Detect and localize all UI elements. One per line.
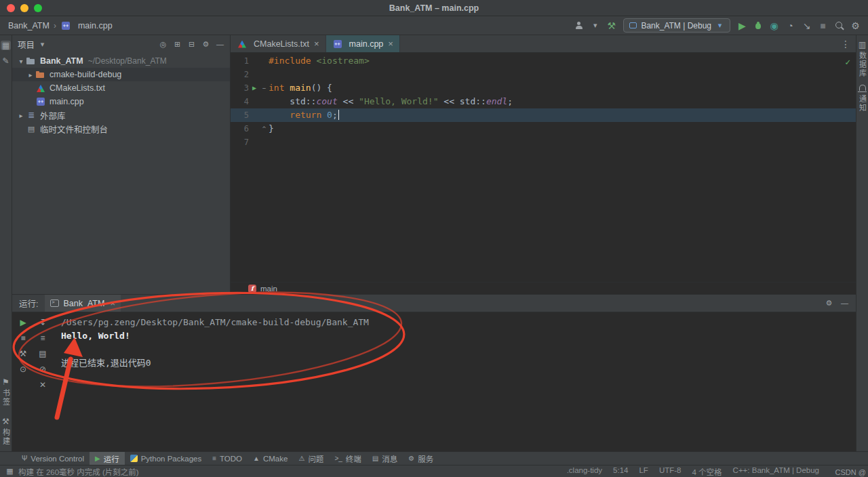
- editor[interactable]: 1#include <iostream>23▶−int main() {4 st…: [231, 53, 856, 282]
- toolwindow-button-终端[interactable]: >_终端: [329, 452, 366, 465]
- line-number[interactable]: 4: [234, 95, 249, 108]
- code-area[interactable]: 1#include <iostream>23▶−int main() {4 st…: [231, 54, 856, 149]
- run-tab[interactable]: Bank_ATM ×: [45, 295, 121, 312]
- status-widget[interactable]: LF: [639, 466, 648, 477]
- locate-icon[interactable]: ◎: [159, 41, 167, 48]
- fold-icon[interactable]: ^: [260, 122, 269, 136]
- status-widget[interactable]: UTF-8: [659, 466, 682, 477]
- stop-icon[interactable]: ■: [20, 334, 25, 342]
- console-menu-icon[interactable]: ≡: [40, 334, 45, 342]
- rerun-icon[interactable]: ▶: [20, 318, 26, 327]
- breadcrumb-file[interactable]: main.cpp: [78, 21, 113, 30]
- zoom-window-button[interactable]: [34, 4, 42, 12]
- toolwindow-button-todo[interactable]: ≡TODO: [207, 452, 248, 465]
- status-widget[interactable]: 5:14: [613, 466, 628, 477]
- toolwindow-button-问题[interactable]: ⚠问题: [293, 452, 329, 465]
- toolwindow-button-消息[interactable]: ▤消息: [367, 452, 403, 465]
- close-icon[interactable]: ×: [314, 39, 319, 49]
- code-line[interactable]: 7: [231, 136, 856, 149]
- console-output[interactable]: /Users/pg.zeng/Desktop/Bank_ATM/cmake-bu…: [52, 312, 856, 451]
- tree-item[interactable]: 临时文件和控制台: [12, 122, 230, 136]
- close-icon[interactable]: ×: [388, 39, 393, 49]
- tree-item[interactable]: ▸外部库: [12, 108, 230, 122]
- inspections-ok-icon[interactable]: ✓: [845, 56, 850, 69]
- tree-chevron-icon[interactable]: ▾: [16, 58, 26, 65]
- fold-icon[interactable]: −: [260, 81, 269, 95]
- editor-tab[interactable]: main.cpp×: [326, 35, 400, 52]
- toolwindow-button-运行[interactable]: ▶运行: [90, 452, 125, 465]
- stop-icon[interactable]: ■: [818, 21, 827, 30]
- project-panel-title[interactable]: 项目: [18, 38, 35, 51]
- code-text[interactable]: return 0;: [269, 108, 339, 122]
- close-icon[interactable]: ×: [110, 298, 115, 308]
- code-line[interactable]: 1#include <iostream>: [231, 54, 856, 68]
- code-line[interactable]: 4 std::cout << "Hello, World!" << std::e…: [231, 95, 856, 108]
- project-stripe-icon[interactable]: ▦: [1, 41, 11, 50]
- pin-icon[interactable]: ⊙: [20, 365, 26, 373]
- tree-item[interactable]: ▸cmake-build-debug: [12, 68, 230, 81]
- code-text[interactable]: }: [269, 122, 274, 136]
- breadcrumb-function[interactable]: main: [260, 285, 277, 293]
- status-widget[interactable]: 4 个空格: [692, 466, 722, 477]
- code-line[interactable]: 3▶−int main() {: [231, 81, 856, 95]
- commit-stripe-icon[interactable]: ✎: [2, 57, 9, 65]
- hide-icon[interactable]: —: [840, 299, 849, 307]
- user-icon[interactable]: [574, 21, 583, 30]
- toolwindow-button-cmake[interactable]: ▲CMake: [248, 452, 293, 465]
- attach-icon[interactable]: ↘: [802, 21, 811, 30]
- close-window-button[interactable]: [7, 4, 15, 12]
- editor-options-button[interactable]: ⋮: [835, 35, 856, 52]
- editor-tab[interactable]: CMakeLists.txt×: [231, 35, 326, 52]
- profiler-icon[interactable]: ◔: [786, 21, 795, 30]
- chevron-down-icon[interactable]: ▾: [591, 22, 599, 29]
- status-widget[interactable]: .clang-tidy: [567, 466, 602, 477]
- hide-icon[interactable]: —: [216, 41, 224, 48]
- stripe-button-构建[interactable]: ⚒构建: [1, 417, 12, 446]
- stripe-button-通知[interactable]: 通知: [857, 85, 868, 112]
- coverage-icon[interactable]: ◉: [770, 21, 778, 30]
- clear-icon[interactable]: ⊘: [39, 365, 46, 373]
- collapse-all-icon[interactable]: ⊟: [187, 41, 196, 48]
- status-widget[interactable]: C++: Bank_ATM | Debug: [733, 466, 819, 477]
- code-line[interactable]: 5 return 0;: [231, 108, 856, 122]
- code-line[interactable]: 2: [231, 68, 856, 81]
- code-line[interactable]: 6^}: [231, 122, 856, 136]
- code-text[interactable]: #include <iostream>: [269, 54, 370, 68]
- run-icon[interactable]: ▶: [738, 21, 747, 30]
- tree-item[interactable]: ▾Bank_ATM~/Desktop/Bank_ATM: [12, 54, 230, 68]
- breadcrumb-project[interactable]: Bank_ATM: [8, 21, 50, 30]
- chevron-down-icon[interactable]: ▾: [38, 41, 47, 48]
- search-icon[interactable]: [835, 21, 844, 30]
- tree-item[interactable]: main.cpp: [12, 95, 230, 108]
- code-text[interactable]: int main() {: [269, 81, 332, 95]
- edit-configuration-icon[interactable]: ⚒: [20, 350, 27, 358]
- run-configuration-select[interactable]: Bank_ATM | Debug ▾: [623, 18, 730, 33]
- toolwindow-button-服务[interactable]: ⚙服务: [403, 452, 439, 465]
- line-number[interactable]: 3: [234, 81, 249, 95]
- toolwindow-button-python-packages[interactable]: Python Packages: [125, 452, 208, 465]
- line-number[interactable]: 2: [234, 68, 249, 81]
- expand-all-icon[interactable]: ⊞: [173, 41, 182, 48]
- tree-item[interactable]: CMakeLists.txt: [12, 81, 230, 95]
- settings-icon[interactable]: ⚙: [851, 21, 860, 30]
- line-number[interactable]: 7: [234, 136, 249, 149]
- tree-chevron-icon[interactable]: ▸: [16, 112, 26, 119]
- scroll-to-end-icon[interactable]: ↧: [39, 318, 46, 327]
- code-text[interactable]: std::cout << "Hello, World!" << std::end…: [269, 95, 513, 108]
- debug-icon[interactable]: [754, 21, 762, 30]
- delete-icon[interactable]: ✕: [39, 381, 46, 389]
- build-hammer-icon[interactable]: ⚒: [607, 21, 616, 30]
- options-icon[interactable]: ⚙: [201, 41, 210, 48]
- settings-icon[interactable]: ⚙: [825, 299, 833, 307]
- run-line-icon[interactable]: ▶: [249, 81, 260, 95]
- minimize-window-button[interactable]: [20, 4, 28, 12]
- stripe-button-数据库[interactable]: ▥数据库: [857, 41, 868, 78]
- line-number[interactable]: 1: [234, 54, 249, 68]
- soft-wrap-icon[interactable]: ▤: [39, 350, 46, 358]
- stripe-button-书签[interactable]: ⚑书签: [1, 378, 12, 407]
- toolwindow-button-version-control[interactable]: ΨVersion Control: [16, 452, 90, 465]
- tree-chevron-icon[interactable]: ▸: [26, 71, 35, 79]
- line-number[interactable]: 5: [234, 108, 249, 122]
- tool-window-switcher-icon[interactable]: ▦: [5, 468, 14, 475]
- line-number[interactable]: 6: [234, 122, 249, 136]
